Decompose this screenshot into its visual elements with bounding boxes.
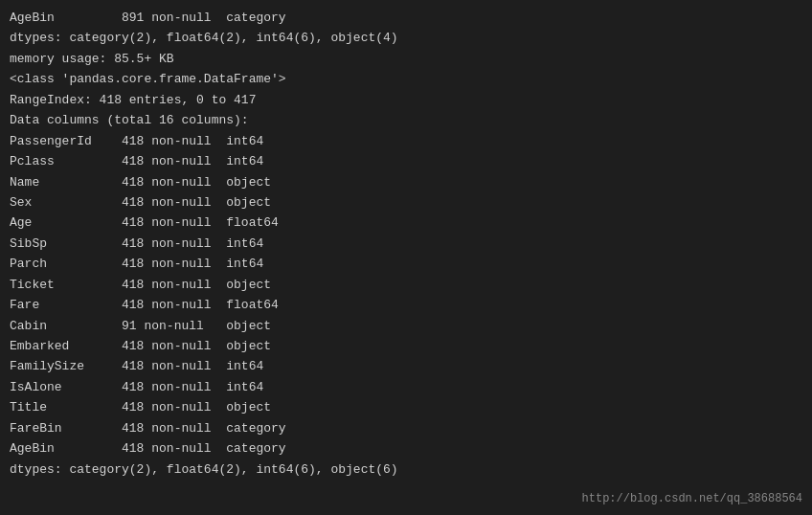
footer-link: http://blog.csdn.net/qq_38688564 [582,492,802,505]
output-line: Sex 418 non-null object [10,192,802,213]
output-line: IsAlone 418 non-null int64 [10,377,802,397]
output-line: dtypes: category(2), float64(2), int64(6… [10,459,802,480]
output-line: AgeBin 418 non-null category [10,438,802,459]
output-line: Ticket 418 non-null object [10,275,802,295]
output-line: Name 418 non-null object [10,172,802,192]
output-line: PassengerId 418 non-null int64 [10,131,802,151]
output-line: Embarked 418 non-null object [10,336,802,356]
output-line: Age 418 non-null float64 [10,213,802,233]
output-line: Cabin 91 non-null object [10,316,802,336]
output-line: Data columns (total 16 columns): [10,110,802,130]
output-line: RangeIndex: 418 entries, 0 to 417 [10,90,802,110]
output-line: FamilySize 418 non-null int64 [10,356,802,376]
output-line: FareBin 418 non-null category [10,418,802,438]
output-line: <class 'pandas.core.frame.DataFrame'> [10,69,802,89]
output-line: AgeBin 891 non-null category [10,8,802,28]
output-line: Parch 418 non-null int64 [10,254,802,274]
output-line: dtypes: category(2), float64(2), int64(6… [10,28,802,48]
output-line: Fare 418 non-null float64 [10,295,802,315]
terminal-output: AgeBin 891 non-null categorydtypes: cate… [10,8,802,480]
output-line: memory usage: 85.5+ KB [10,49,802,69]
output-line: SibSp 418 non-null int64 [10,234,802,254]
output-line: Title 418 non-null object [10,397,802,417]
output-line: Pclass 418 non-null int64 [10,151,802,171]
